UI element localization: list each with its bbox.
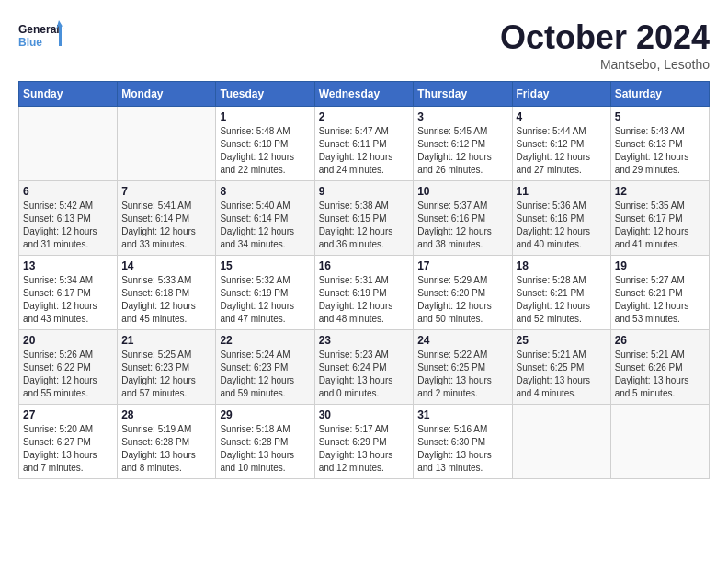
svg-text:General: General — [18, 23, 60, 36]
day-info: Sunrise: 5:45 AM Sunset: 6:12 PM Dayligh… — [417, 125, 507, 177]
day-info: Sunrise: 5:31 AM Sunset: 6:19 PM Dayligh… — [319, 274, 410, 326]
day-cell: 20Sunrise: 5:26 AM Sunset: 6:22 PM Dayli… — [19, 330, 118, 405]
day-info: Sunrise: 5:40 AM Sunset: 6:14 PM Dayligh… — [220, 200, 310, 251]
weekday-header-row: SundayMondayTuesdayWednesdayThursdayFrid… — [19, 82, 710, 107]
day-cell: 6Sunrise: 5:42 AM Sunset: 6:13 PM Daylig… — [19, 181, 118, 256]
logo-svg: General Blue — [18, 18, 64, 55]
day-number: 28 — [121, 408, 211, 421]
day-info: Sunrise: 5:19 AM Sunset: 6:28 PM Dayligh… — [121, 423, 211, 475]
logo: General Blue — [18, 18, 64, 55]
day-cell: 18Sunrise: 5:28 AM Sunset: 6:21 PM Dayli… — [512, 256, 610, 330]
day-cell: 5Sunrise: 5:43 AM Sunset: 6:13 PM Daylig… — [610, 107, 709, 181]
page-header: General Blue October 2024 Mantsebo, Leso… — [18, 18, 710, 72]
day-number: 24 — [417, 334, 507, 347]
day-cell: 8Sunrise: 5:40 AM Sunset: 6:14 PM Daylig… — [216, 181, 314, 256]
day-info: Sunrise: 5:17 AM Sunset: 6:29 PM Dayligh… — [319, 423, 410, 475]
day-info: Sunrise: 5:42 AM Sunset: 6:13 PM Dayligh… — [23, 200, 113, 251]
day-cell — [610, 405, 709, 479]
day-number: 9 — [319, 185, 410, 198]
day-number: 20 — [23, 334, 113, 347]
day-number: 14 — [121, 259, 211, 272]
day-info: Sunrise: 5:36 AM Sunset: 6:16 PM Dayligh… — [517, 200, 607, 251]
day-info: Sunrise: 5:24 AM Sunset: 6:23 PM Dayligh… — [220, 349, 310, 400]
day-cell: 29Sunrise: 5:18 AM Sunset: 6:28 PM Dayli… — [216, 405, 314, 479]
day-number: 26 — [615, 334, 705, 347]
day-info: Sunrise: 5:21 AM Sunset: 6:25 PM Dayligh… — [517, 349, 607, 400]
day-cell: 27Sunrise: 5:20 AM Sunset: 6:27 PM Dayli… — [19, 405, 118, 479]
day-cell: 23Sunrise: 5:23 AM Sunset: 6:24 PM Dayli… — [314, 330, 414, 405]
location-subtitle: Mantsebo, Lesotho — [500, 57, 710, 72]
day-cell: 30Sunrise: 5:17 AM Sunset: 6:29 PM Dayli… — [314, 405, 414, 479]
day-info: Sunrise: 5:47 AM Sunset: 6:11 PM Dayligh… — [319, 125, 410, 177]
day-cell: 31Sunrise: 5:16 AM Sunset: 6:30 PM Dayli… — [414, 405, 512, 479]
day-number: 25 — [517, 334, 607, 347]
weekday-header-thursday: Thursday — [414, 82, 512, 107]
day-cell: 1Sunrise: 5:48 AM Sunset: 6:10 PM Daylig… — [216, 107, 314, 181]
day-info: Sunrise: 5:20 AM Sunset: 6:27 PM Dayligh… — [23, 423, 113, 475]
day-cell: 15Sunrise: 5:32 AM Sunset: 6:19 PM Dayli… — [216, 256, 314, 330]
month-title: October 2024 — [500, 18, 710, 57]
day-info: Sunrise: 5:21 AM Sunset: 6:26 PM Dayligh… — [615, 349, 705, 400]
day-number: 29 — [220, 408, 310, 421]
day-cell: 17Sunrise: 5:29 AM Sunset: 6:20 PM Dayli… — [414, 256, 512, 330]
day-number: 1 — [220, 110, 310, 123]
day-info: Sunrise: 5:44 AM Sunset: 6:12 PM Dayligh… — [517, 125, 607, 177]
weekday-header-sunday: Sunday — [19, 82, 118, 107]
day-number: 23 — [319, 334, 410, 347]
day-cell — [512, 405, 610, 479]
day-number: 13 — [23, 259, 113, 272]
day-info: Sunrise: 5:37 AM Sunset: 6:16 PM Dayligh… — [417, 200, 507, 251]
day-cell: 13Sunrise: 5:34 AM Sunset: 6:17 PM Dayli… — [19, 256, 118, 330]
day-cell: 28Sunrise: 5:19 AM Sunset: 6:28 PM Dayli… — [118, 405, 216, 479]
day-cell: 10Sunrise: 5:37 AM Sunset: 6:16 PM Dayli… — [414, 181, 512, 256]
day-number: 8 — [220, 185, 310, 198]
day-number: 16 — [319, 259, 410, 272]
week-row-2: 6Sunrise: 5:42 AM Sunset: 6:13 PM Daylig… — [19, 181, 710, 256]
day-info: Sunrise: 5:38 AM Sunset: 6:15 PM Dayligh… — [319, 200, 410, 251]
week-row-1: 1Sunrise: 5:48 AM Sunset: 6:10 PM Daylig… — [19, 107, 710, 181]
day-cell — [19, 107, 118, 181]
day-cell: 19Sunrise: 5:27 AM Sunset: 6:21 PM Dayli… — [610, 256, 709, 330]
day-number: 7 — [121, 185, 211, 198]
day-number: 19 — [615, 259, 705, 272]
weekday-header-tuesday: Tuesday — [216, 82, 314, 107]
day-cell: 11Sunrise: 5:36 AM Sunset: 6:16 PM Dayli… — [512, 181, 610, 256]
week-row-5: 27Sunrise: 5:20 AM Sunset: 6:27 PM Dayli… — [19, 405, 710, 479]
day-number: 3 — [417, 110, 507, 123]
day-info: Sunrise: 5:29 AM Sunset: 6:20 PM Dayligh… — [417, 274, 507, 326]
day-info: Sunrise: 5:33 AM Sunset: 6:18 PM Dayligh… — [121, 274, 211, 326]
day-info: Sunrise: 5:27 AM Sunset: 6:21 PM Dayligh… — [615, 274, 705, 326]
day-number: 31 — [417, 408, 507, 421]
day-info: Sunrise: 5:23 AM Sunset: 6:24 PM Dayligh… — [319, 349, 410, 400]
title-section: October 2024 Mantsebo, Lesotho — [500, 18, 710, 72]
week-row-4: 20Sunrise: 5:26 AM Sunset: 6:22 PM Dayli… — [19, 330, 710, 405]
calendar-table: SundayMondayTuesdayWednesdayThursdayFrid… — [18, 81, 710, 479]
day-number: 30 — [319, 408, 410, 421]
day-info: Sunrise: 5:43 AM Sunset: 6:13 PM Dayligh… — [615, 125, 705, 177]
day-cell: 26Sunrise: 5:21 AM Sunset: 6:26 PM Dayli… — [610, 330, 709, 405]
day-info: Sunrise: 5:28 AM Sunset: 6:21 PM Dayligh… — [517, 274, 607, 326]
day-number: 11 — [517, 185, 607, 198]
day-cell — [118, 107, 216, 181]
week-row-3: 13Sunrise: 5:34 AM Sunset: 6:17 PM Dayli… — [19, 256, 710, 330]
day-cell: 25Sunrise: 5:21 AM Sunset: 6:25 PM Dayli… — [512, 330, 610, 405]
day-number: 21 — [121, 334, 211, 347]
day-cell: 22Sunrise: 5:24 AM Sunset: 6:23 PM Dayli… — [216, 330, 314, 405]
day-info: Sunrise: 5:35 AM Sunset: 6:17 PM Dayligh… — [615, 200, 705, 251]
svg-text:Blue: Blue — [18, 36, 42, 49]
day-info: Sunrise: 5:22 AM Sunset: 6:25 PM Dayligh… — [417, 349, 507, 400]
day-info: Sunrise: 5:18 AM Sunset: 6:28 PM Dayligh… — [220, 423, 310, 475]
day-info: Sunrise: 5:41 AM Sunset: 6:14 PM Dayligh… — [121, 200, 211, 251]
day-number: 5 — [615, 110, 705, 123]
day-cell: 4Sunrise: 5:44 AM Sunset: 6:12 PM Daylig… — [512, 107, 610, 181]
day-number: 15 — [220, 259, 310, 272]
weekday-header-monday: Monday — [118, 82, 216, 107]
day-cell: 7Sunrise: 5:41 AM Sunset: 6:14 PM Daylig… — [118, 181, 216, 256]
weekday-header-wednesday: Wednesday — [314, 82, 414, 107]
day-cell: 9Sunrise: 5:38 AM Sunset: 6:15 PM Daylig… — [314, 181, 414, 256]
day-cell: 24Sunrise: 5:22 AM Sunset: 6:25 PM Dayli… — [414, 330, 512, 405]
day-number: 27 — [23, 408, 113, 421]
day-info: Sunrise: 5:16 AM Sunset: 6:30 PM Dayligh… — [417, 423, 507, 475]
day-number: 4 — [517, 110, 607, 123]
weekday-header-saturday: Saturday — [610, 82, 709, 107]
